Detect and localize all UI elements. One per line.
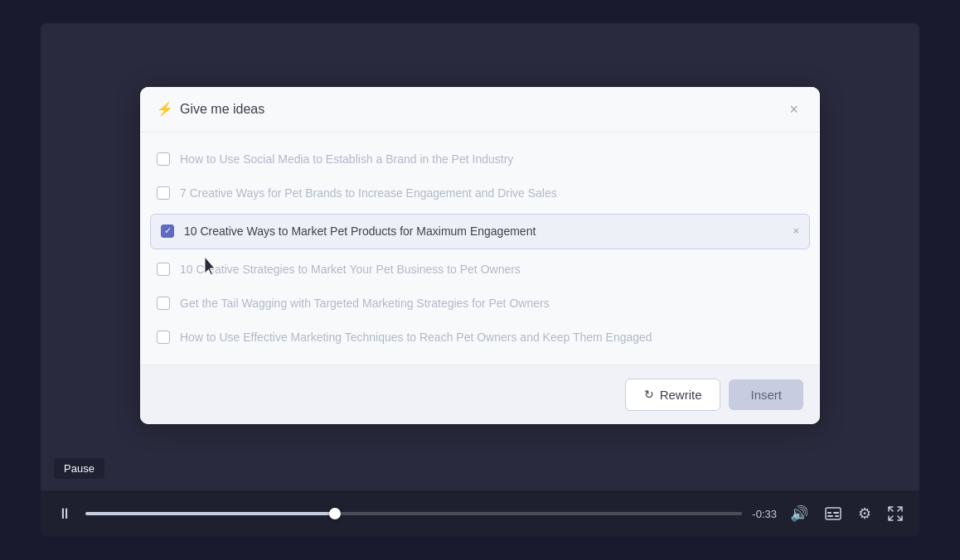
dialog-title: Give me ideas	[180, 102, 264, 117]
idea-item-1[interactable]: How to Use Social Media to Establish a B…	[140, 142, 820, 176]
checkbox-4[interactable]	[157, 263, 170, 276]
checkbox-1[interactable]	[157, 152, 170, 166]
dialog-body: How to Use Social Media to Establish a B…	[140, 133, 820, 364]
svg-rect-3	[827, 515, 833, 517]
idea-item-4[interactable]: 10 Creative Strategies to Market Your Pe…	[140, 253, 820, 287]
svg-rect-2	[833, 512, 839, 514]
insert-button[interactable]: Insert	[729, 379, 803, 410]
idea-item-6[interactable]: How to Use Effective Marketing Technique…	[140, 321, 820, 355]
dialog-header-left: ⚡ Give me ideas	[157, 101, 264, 117]
idea-text-4: 10 Creative Strategies to Market Your Pe…	[180, 261, 803, 278]
idea-text-2: 7 Creative Ways for Pet Brands to Increa…	[180, 185, 803, 202]
progress-bar[interactable]	[85, 512, 742, 515]
checkbox-5[interactable]	[157, 297, 170, 310]
dialog-header: ⚡ Give me ideas ×	[140, 87, 820, 133]
video-controls: ⏸ -0:33 🔊 ⚙	[41, 490, 919, 537]
pause-tooltip: Pause	[54, 458, 104, 479]
volume-icon: 🔊	[790, 504, 808, 523]
idea-item-3[interactable]: ✓ 10 Creative Ways to Market Pet Product…	[150, 214, 810, 249]
idea-item-2[interactable]: 7 Creative Ways for Pet Brands to Increa…	[140, 176, 820, 210]
fullscreen-button[interactable]	[885, 503, 906, 524]
settings-button[interactable]: ⚙	[855, 501, 875, 526]
svg-rect-1	[827, 512, 832, 514]
svg-rect-0	[826, 508, 841, 519]
checkbox-2[interactable]	[157, 186, 170, 200]
pause-button[interactable]: ⏸	[54, 502, 75, 526]
dialog-overlay: ⚡ Give me ideas × How to Use Social Medi…	[41, 23, 919, 487]
idea-item-5[interactable]: Get the Tail Wagging with Targeted Marke…	[140, 287, 820, 321]
rewrite-button[interactable]: ↻ Rewrite	[625, 379, 721, 411]
captions-button[interactable]	[822, 504, 845, 524]
idea-text-1: How to Use Social Media to Establish a B…	[180, 151, 803, 168]
idea-remove-3[interactable]: ×	[793, 224, 799, 237]
volume-button[interactable]: 🔊	[787, 501, 812, 526]
rewrite-icon: ↻	[644, 388, 654, 401]
idea-text-5: Get the Tail Wagging with Targeted Marke…	[180, 295, 803, 312]
checkbox-3[interactable]: ✓	[161, 224, 174, 238]
video-player: ⚡ Give me ideas × How to Use Social Medi…	[41, 23, 919, 537]
idea-text-3: 10 Creative Ways to Market Pet Products …	[184, 223, 783, 240]
pause-icon: ⏸	[57, 505, 72, 523]
dialog-footer: ↻ Rewrite Insert	[140, 364, 820, 424]
close-button[interactable]: ×	[784, 100, 803, 118]
time-display: -0:33	[752, 508, 777, 520]
settings-icon: ⚙	[858, 504, 871, 523]
svg-rect-4	[835, 515, 839, 517]
progress-thumb	[329, 508, 341, 519]
idea-text-6: How to Use Effective Marketing Technique…	[180, 329, 803, 346]
captions-icon	[825, 507, 841, 520]
progress-fill	[85, 512, 335, 515]
rewrite-label: Rewrite	[660, 388, 702, 402]
checkbox-6[interactable]	[157, 331, 170, 344]
lightning-icon: ⚡	[157, 101, 173, 117]
fullscreen-icon	[888, 506, 903, 521]
ideas-dialog: ⚡ Give me ideas × How to Use Social Medi…	[140, 87, 820, 424]
